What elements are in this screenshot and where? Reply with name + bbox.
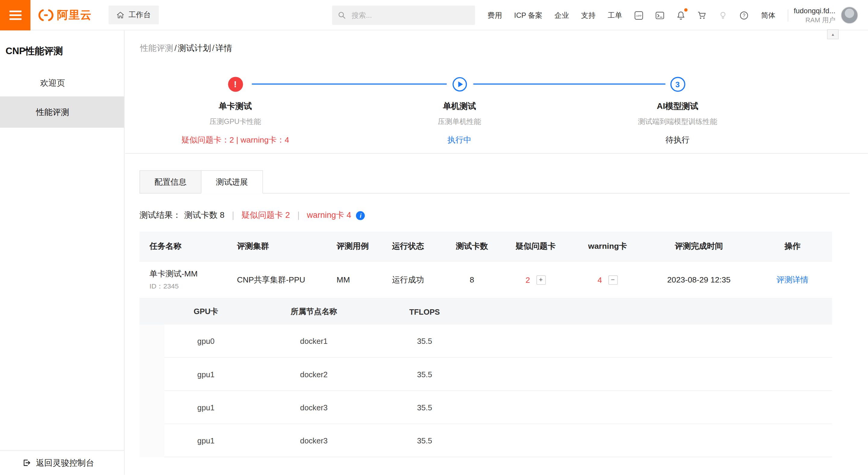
step-description: 压测单机性能 (365, 117, 554, 127)
node-cell: docker1 (248, 336, 380, 345)
notification-dot (684, 8, 687, 11)
gpu-cell: gpu1 (164, 436, 248, 445)
tab-config-info[interactable]: 配置信息 (140, 170, 202, 194)
subtable-row: gpu0 docker1 35.5 (164, 325, 832, 358)
subtable-rows: gpu0 docker1 35.5 gpu1 docker2 35.5 gpu1… (164, 325, 832, 457)
topbar: 阿里云 工作台 费用 ICP 备案 企业 支持 工单 APP (0, 0, 868, 30)
svg-text:?: ? (743, 13, 745, 18)
progress-steps: ! 单卡测试 压测GPU卡性能 疑似问题卡：2 | warning卡：4 单机测… (125, 69, 868, 153)
breadcrumb: 性能评测/测试计划/详情 (140, 43, 868, 54)
col-actions: 操作 (753, 241, 832, 251)
running-status-icon (452, 77, 467, 92)
summary-warning-cards: warning卡 4 (307, 210, 351, 220)
brand-mark-icon (38, 8, 54, 21)
summary-separator: ｜ (229, 210, 237, 220)
section-divider (125, 153, 868, 154)
step-status: 执行中 (365, 135, 554, 145)
sidebar-item-performance[interactable]: 性能评测 (0, 97, 124, 128)
hamburger-menu-button[interactable] (0, 0, 30, 30)
cart-icon[interactable] (696, 10, 708, 20)
tflops-cell: 35.5 (380, 336, 469, 345)
step-ai-model-test: 3 AI模型测试 测试端到端模型训练性能 待执行 (583, 69, 772, 146)
subcol-tflops: TFLOPS (380, 307, 469, 316)
search-input[interactable] (350, 10, 461, 20)
gpu-cell: gpu0 (164, 336, 248, 345)
cell-task-name: 单卡测试-MM ID：2345 (140, 268, 227, 291)
breadcrumb-item-testplan[interactable]: 测试计划 (178, 43, 211, 52)
workbench-label: 工作台 (128, 10, 151, 20)
error-status-icon: ! (228, 77, 243, 92)
account-info[interactable]: fudongqi.fd... RAM 用户 (794, 6, 835, 25)
logout-icon (22, 459, 31, 467)
col-warning-cards: warning卡 (570, 241, 645, 251)
topbar-right: 费用 ICP 备案 企业 支持 工单 APP ? (482, 0, 868, 30)
cell-cluster: CNP共享集群-PPU (227, 275, 327, 285)
results-table: 任务名称 评测集群 评测用例 运行状态 测试卡数 疑似问题卡 warning卡 … (140, 232, 832, 457)
subcol-gpu: GPU卡 (164, 307, 248, 316)
breadcrumb-item-performance[interactable]: 性能评测 (140, 43, 173, 52)
step-status: 待执行 (583, 135, 772, 145)
result-summary: 测试结果： 测试卡数 8 ｜ 疑似问题卡 2 ｜ warning卡 4 i (140, 210, 868, 220)
breadcrumb-item-detail: 详情 (216, 43, 232, 52)
col-usecase: 评测用例 (327, 241, 382, 251)
subtable-row: gpu1 docker3 35.5 (164, 391, 832, 424)
summary-label: 测试结果： (140, 210, 181, 220)
tab-test-progress[interactable]: 测试进展 (201, 170, 263, 194)
app-icon[interactable]: APP (633, 10, 644, 20)
info-icon[interactable]: i (356, 211, 365, 219)
cell-finish-time: 2023-08-29 12:35 (645, 275, 753, 284)
table-row: 单卡测试-MM ID：2345 CNP共享集群-PPU MM 运行成功 8 2 … (140, 262, 832, 298)
topnav-item-ticket[interactable]: 工单 (608, 10, 622, 20)
task-id: ID：2345 (149, 281, 227, 291)
user-name: fudongqi.fd... (794, 6, 835, 15)
avatar[interactable] (841, 7, 858, 24)
breadcrumb-separator: / (212, 43, 214, 52)
subtable-header-row: GPU卡 所属节点名称 TFLOPS (140, 299, 832, 325)
step-title: 单机测试 (365, 101, 554, 112)
tab-bar: 配置信息 测试进展 (140, 170, 849, 194)
summary-separator: ｜ (294, 210, 302, 220)
step-title: AI模型测试 (583, 101, 772, 112)
workbench-button[interactable]: 工作台 (108, 5, 158, 24)
expand-problem-button[interactable]: + (536, 275, 546, 284)
user-role: RAM 用户 (794, 15, 835, 25)
node-cell: docker3 (248, 436, 380, 445)
topnav-item-fee[interactable]: 费用 (488, 10, 502, 20)
evaluation-detail-link[interactable]: 评测详情 (776, 275, 809, 284)
sidebar: CNP性能评测 欢迎页 性能评测 返回灵骏控制台 (0, 30, 125, 475)
bell-icon[interactable] (675, 10, 686, 20)
main-content: 性能评测/测试计划/详情 ! 单卡测试 压测GPU卡性能 疑似问题卡：2 | w… (125, 30, 868, 475)
collapse-warning-button[interactable]: − (608, 275, 617, 284)
topnav-item-support[interactable]: 支持 (581, 10, 596, 20)
terminal-icon[interactable] (654, 10, 665, 20)
home-icon (116, 11, 125, 19)
col-finish-time: 评测完成时间 (645, 241, 753, 251)
col-task-name: 任务名称 (140, 241, 227, 251)
cell-warning-cards: 4 − (570, 275, 645, 284)
app-root: 阿里云 工作台 费用 ICP 备案 企业 支持 工单 APP (0, 0, 868, 475)
breadcrumb-separator: / (175, 43, 177, 52)
gpu-cell: gpu1 (164, 403, 248, 411)
up-arrow-icon: ▲ (831, 33, 835, 36)
language-switch[interactable]: 简体 (761, 10, 776, 20)
sidebar-item-welcome[interactable]: 欢迎页 (0, 70, 124, 97)
tflops-cell: 35.5 (380, 436, 469, 445)
topnav-item-icp[interactable]: ICP 备案 (514, 10, 542, 20)
scroll-up-button[interactable]: ▲ (827, 29, 839, 39)
alibaba-cloud-logo[interactable]: 阿里云 (38, 7, 92, 23)
col-cluster: 评测集群 (227, 241, 327, 251)
warning-count: 4 (597, 275, 602, 284)
search-box[interactable] (332, 5, 475, 25)
bulb-icon[interactable] (717, 10, 728, 20)
gpu-cell: gpu1 (164, 370, 248, 378)
sidebar-title: CNP性能评测 (0, 30, 124, 69)
help-icon[interactable]: ? (739, 10, 750, 20)
summary-problem-cards: 疑似问题卡 2 (242, 210, 290, 220)
step-description: 压测GPU卡性能 (141, 117, 330, 127)
topnav-item-enterprise[interactable]: 企业 (555, 10, 569, 20)
svg-text:APP: APP (636, 14, 642, 17)
subtable-row: gpu1 docker2 35.5 (164, 358, 832, 391)
cell-problem-cards: 2 + (501, 275, 570, 284)
node-cell: docker2 (248, 370, 380, 378)
back-to-console-button[interactable]: 返回灵骏控制台 (0, 450, 124, 475)
